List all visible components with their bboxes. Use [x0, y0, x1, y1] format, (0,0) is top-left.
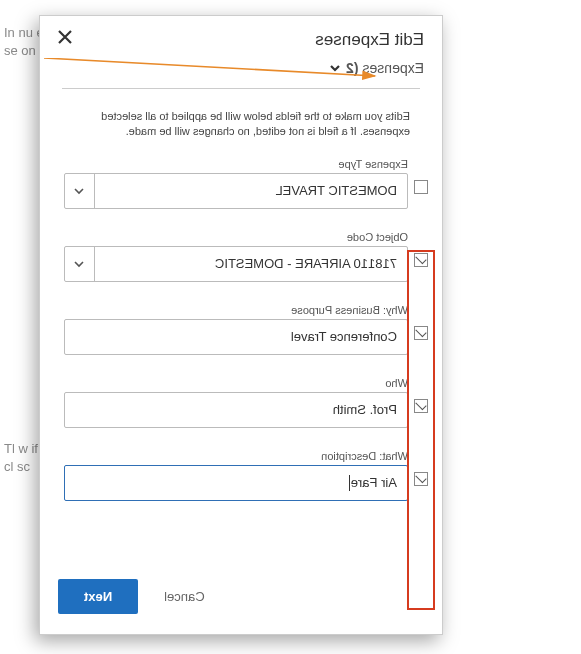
divider — [62, 88, 420, 89]
expenses-toggle[interactable]: Expenses (2 — [58, 60, 424, 76]
field-object-code: Object Code 718110 AIRFARE - DOMESTIC — [64, 231, 428, 282]
value-what: Air Fare — [65, 466, 407, 500]
panel-body: Edits you make to the fields below will … — [40, 97, 442, 565]
value-who: Prof. Smith — [65, 393, 407, 427]
select-expense-type[interactable]: DOMESTIC TRAVEL — [64, 173, 408, 209]
value-expense-type: DOMESTIC TRAVEL — [95, 174, 407, 208]
next-button[interactable]: Next — [58, 579, 138, 614]
cancel-button[interactable]: Cancel — [158, 588, 210, 605]
select-object-code[interactable]: 718110 AIRFARE - DOMESTIC — [64, 246, 408, 282]
checkbox-what[interactable] — [414, 472, 428, 486]
checkbox-expense-type[interactable] — [414, 180, 428, 194]
label-object-code: Object Code — [64, 231, 408, 243]
panel-title: Edit Expenses — [58, 30, 424, 50]
value-object-code: 718110 AIRFARE - DOMESTIC — [95, 247, 407, 281]
panel-footer: Cancel Next — [40, 565, 442, 634]
input-why[interactable]: Conference Travel — [64, 319, 408, 355]
info-text: Edits you make to the fields below will … — [64, 109, 428, 140]
chevron-down-icon — [328, 61, 342, 75]
panel-header: Edit Expenses Expenses (2 — [40, 16, 442, 97]
chevron-down-icon[interactable] — [65, 247, 95, 281]
edit-expenses-panel: Edit Expenses Expenses (2 Edits you make… — [39, 15, 443, 635]
input-who[interactable]: Prof. Smith — [64, 392, 408, 428]
text-caret — [349, 475, 350, 491]
label-who: Who — [64, 377, 408, 389]
field-who: Who Prof. Smith — [64, 377, 428, 428]
expense-count: (2 — [346, 60, 358, 76]
label-what: What: Description — [64, 450, 408, 462]
field-what: What: Description Air Fare — [64, 450, 428, 501]
input-what[interactable]: Air Fare — [64, 465, 408, 501]
checkbox-who[interactable] — [414, 399, 428, 413]
checkbox-why[interactable] — [414, 326, 428, 340]
field-why: Why: Business Purpose Conference Travel — [64, 304, 428, 355]
chevron-down-icon[interactable] — [65, 174, 95, 208]
field-expense-type: Expense Type DOMESTIC TRAVEL — [64, 158, 428, 209]
close-icon[interactable] — [58, 30, 72, 44]
label-why: Why: Business Purpose — [64, 304, 408, 316]
checkbox-object-code[interactable] — [414, 253, 428, 267]
subhead-label: Expenses — [363, 60, 424, 76]
label-expense-type: Expense Type — [64, 158, 408, 170]
value-why: Conference Travel — [65, 320, 407, 354]
